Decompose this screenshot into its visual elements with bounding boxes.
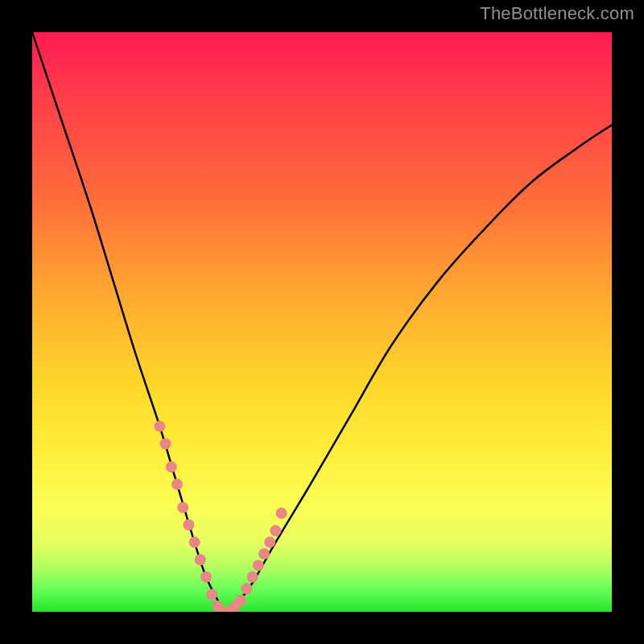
marker-dot [206, 588, 217, 600]
bottleneck-curve [32, 32, 612, 612]
marker-dot [253, 559, 264, 571]
marker-dot [183, 519, 194, 530]
marker-dot [258, 548, 270, 559]
marker-dot [235, 595, 246, 606]
chart-frame: TheBottleneck.com [0, 0, 644, 644]
marker-dot [195, 554, 206, 565]
marker-dot [154, 421, 165, 432]
watermark-text: TheBottleneck.com [480, 3, 634, 24]
marker-dot [189, 537, 200, 548]
marker-dot [264, 537, 275, 548]
marker-dot [177, 502, 188, 513]
marker-dot [241, 583, 252, 594]
curve-path [32, 32, 612, 612]
marker-dot [276, 508, 287, 519]
marker-dot [200, 572, 212, 583]
chart-svg [32, 32, 612, 612]
marker-dot [270, 525, 281, 536]
marker-dot [247, 572, 258, 583]
plot-area [32, 32, 612, 612]
marker-dot [166, 461, 177, 473]
marker-dot [171, 479, 183, 490]
marker-dot [160, 438, 171, 449]
dotted-markers [154, 421, 287, 612]
